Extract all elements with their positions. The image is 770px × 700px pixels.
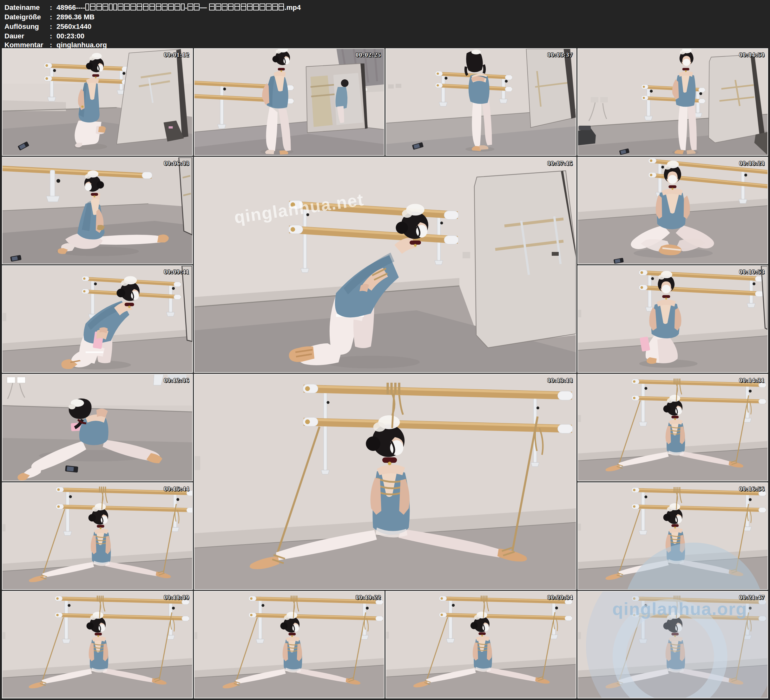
svg-text:qinglanhua.org: qinglanhua.org: [612, 598, 747, 619]
